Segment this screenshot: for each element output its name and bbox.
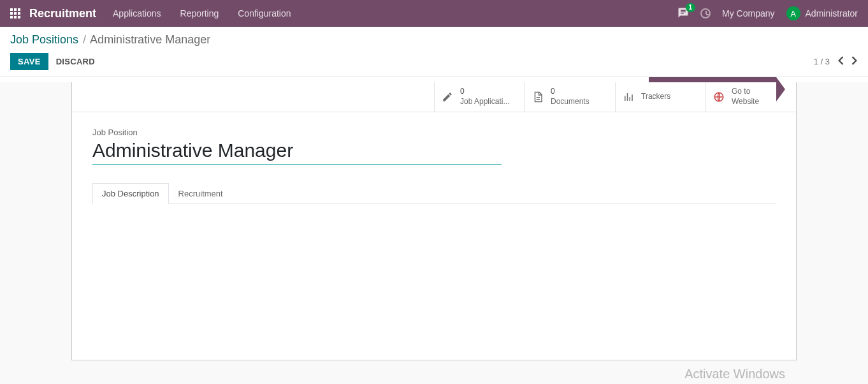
pager-text[interactable]: 1 / 3 bbox=[814, 57, 830, 66]
messages-button[interactable]: 1 bbox=[677, 7, 689, 20]
stat-applications-count: 0 bbox=[460, 87, 509, 97]
menu-applications[interactable]: Applications bbox=[113, 8, 161, 18]
tab-job-description[interactable]: Job Description bbox=[92, 183, 169, 204]
menu-configuration[interactable]: Configuration bbox=[238, 8, 291, 18]
stat-applications-label: Job Applicati... bbox=[460, 97, 509, 107]
stat-documents-label: Documents bbox=[551, 97, 590, 107]
sheet-body: Job Position Job Description Recruitment bbox=[72, 112, 796, 360]
avatar: A bbox=[786, 6, 800, 20]
breadcrumb-current: Administrative Manager bbox=[90, 33, 210, 46]
user-menu[interactable]: A Administrator bbox=[786, 6, 858, 20]
pager: 1 / 3 bbox=[814, 56, 858, 68]
pencil-icon bbox=[441, 91, 454, 103]
stat-documents[interactable]: 0 Documents bbox=[524, 82, 615, 112]
stat-applications[interactable]: 0 Job Applicati... bbox=[434, 82, 524, 112]
tab-recruitment[interactable]: Recruitment bbox=[169, 183, 233, 204]
tab-content[interactable] bbox=[92, 204, 776, 344]
discard-button[interactable]: DISCARD bbox=[56, 57, 95, 66]
top-right: 1 My Company A Administrator bbox=[677, 6, 858, 20]
user-name: Administrator bbox=[806, 8, 858, 18]
stat-website-line2: Website bbox=[732, 97, 759, 107]
company-selector[interactable]: My Company bbox=[722, 8, 774, 18]
top-nav: Recruitment Applications Reporting Confi… bbox=[0, 0, 868, 27]
job-position-label: Job Position bbox=[92, 128, 776, 137]
stat-trackers[interactable]: Trackers bbox=[615, 82, 705, 112]
globe-icon bbox=[712, 91, 725, 103]
stat-buttons: 0 Job Applicati... 0 Documents Track bbox=[72, 82, 796, 112]
windows-watermark: Activate Windows bbox=[684, 367, 785, 381]
save-button[interactable]: SAVE bbox=[10, 53, 48, 70]
chevron-right-icon bbox=[851, 56, 858, 65]
action-row: SAVE DISCARD 1 / 3 bbox=[10, 53, 858, 77]
document-icon bbox=[532, 91, 544, 103]
menu-reporting[interactable]: Reporting bbox=[180, 8, 219, 18]
stat-website-line1: Go to bbox=[732, 87, 759, 97]
pager-prev[interactable] bbox=[837, 56, 844, 68]
stat-trackers-label: Trackers bbox=[641, 92, 670, 102]
breadcrumb: Job Positions / Administrative Manager bbox=[10, 33, 858, 47]
app-brand[interactable]: Recruitment bbox=[29, 7, 96, 20]
top-menu: Applications Reporting Configuration bbox=[113, 8, 291, 18]
apps-grid-icon[interactable] bbox=[10, 8, 20, 18]
chevron-left-icon bbox=[837, 56, 844, 65]
breadcrumb-sep: / bbox=[83, 33, 86, 46]
control-bar: Job Positions / Administrative Manager S… bbox=[0, 27, 868, 77]
breadcrumb-root[interactable]: Job Positions bbox=[10, 33, 78, 46]
messages-badge: 1 bbox=[686, 3, 696, 12]
scroll-body[interactable]: 0 Job Applicati... 0 Documents Track bbox=[0, 82, 868, 384]
tabs: Job Description Recruitment bbox=[92, 182, 776, 204]
job-position-input[interactable] bbox=[92, 138, 502, 165]
stat-documents-count: 0 bbox=[551, 87, 590, 97]
pager-next[interactable] bbox=[851, 56, 858, 68]
bar-chart-icon bbox=[622, 91, 635, 103]
form-sheet: 0 Job Applicati... 0 Documents Track bbox=[71, 82, 797, 360]
activity-clock-icon[interactable] bbox=[700, 8, 711, 18]
